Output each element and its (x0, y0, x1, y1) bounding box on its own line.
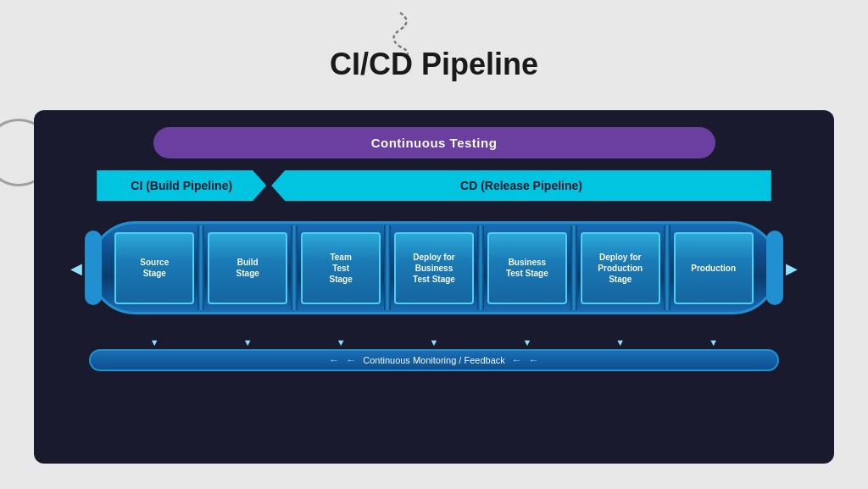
divider-2 (291, 225, 298, 310)
continuous-testing-bar: Continuous Testing (153, 127, 715, 158)
divider-3 (384, 225, 391, 310)
continuous-testing-label: Continuous Testing (371, 136, 498, 150)
down-arrow-2: ▼ (208, 337, 287, 349)
feedback-arrow-1: ← (329, 354, 339, 366)
divider-4 (477, 225, 484, 310)
feedback-arrow-3: ← (512, 354, 522, 366)
cd-label: CD (Release Pipeline) (271, 170, 771, 201)
left-arrow-icon: ◀ (70, 259, 82, 278)
feedback-label: Continuous Monitoring / Feedback (363, 355, 505, 365)
right-arrow-icon: ▶ (786, 259, 798, 278)
pipeline-container: ◀ ▶ SourceStage BuildStage TeamTestStage… (89, 213, 778, 344)
feedback-bar: ← ← Continuous Monitoring / Feedback ← ← (89, 349, 778, 371)
down-arrow-3: ▼ (301, 337, 381, 349)
stage-business-test: BusinessTest Stage (487, 232, 567, 304)
divider-5 (570, 225, 577, 310)
stages-row: SourceStage BuildStage TeamTestStage Dep… (114, 230, 753, 306)
down-arrow-1: ▼ (114, 337, 194, 349)
down-arrow-5: ▼ (487, 337, 567, 349)
stage-deploy-production: Deploy forProductionStage (581, 232, 660, 304)
main-panel: Continuous Testing CI (Build Pipeline) C… (34, 110, 834, 464)
feedback-arrow-4: ← (529, 354, 539, 366)
down-arrow-4: ▼ (394, 337, 474, 349)
ci-cd-row: CI (Build Pipeline) CD (Release Pipeline… (97, 170, 771, 201)
page-title: CI/CD Pipeline (330, 47, 538, 82)
divider-1 (198, 225, 204, 310)
feedback-arrow-2: ← (346, 354, 356, 366)
stage-team-test: TeamTestStage (301, 232, 381, 304)
stage-production: Production (674, 232, 754, 304)
stage-build: BuildStage (208, 232, 287, 304)
ci-label: CI (Build Pipeline) (97, 170, 266, 201)
down-arrows: ▼ ▼ ▼ ▼ ▼ ▼ ▼ (114, 337, 753, 349)
down-arrow-7: ▼ (674, 337, 754, 349)
divider-6 (664, 225, 670, 310)
stage-deploy-business: Deploy forBusinessTest Stage (394, 232, 474, 304)
down-arrow-6: ▼ (581, 337, 660, 349)
stage-source: SourceStage (114, 232, 194, 304)
